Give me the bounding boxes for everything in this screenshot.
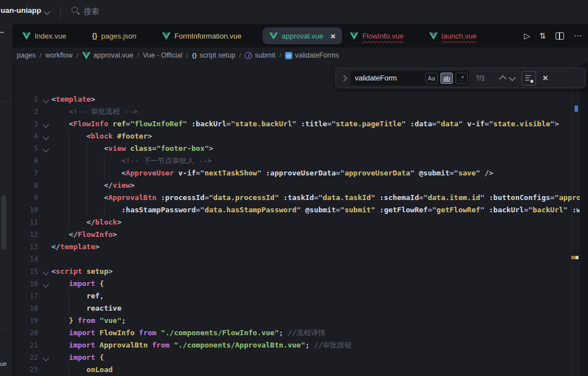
chevron-down-icon[interactable] <box>44 8 50 15</box>
code-line-14[interactable]: 14 <box>12 253 580 265</box>
code-line-18[interactable]: 18 reactive <box>12 302 580 315</box>
code-line-23[interactable]: 23 onLoad <box>12 364 580 376</box>
code-text: </block> <box>51 216 121 229</box>
command-center-search[interactable]: 搜索 <box>84 7 99 17</box>
vue-icon <box>429 32 438 40</box>
match-case-button[interactable]: Aa <box>425 73 438 84</box>
code-text: <ApproveUser v-if="nextTaskShow" :approv… <box>51 167 494 179</box>
code-line-20[interactable]: 20 import FlowInfo from "./components/Fl… <box>12 327 580 339</box>
code-line-3[interactable]: 3 <FlowInfo ref="flowInfoRef" :backUrl="… <box>12 118 580 130</box>
code-line-9[interactable]: 9 <ApprovalBtn :processId="data.processI… <box>12 192 580 204</box>
breadcrumb-label: script setup <box>200 51 235 59</box>
line-number: 22 <box>12 351 38 364</box>
vue-icon <box>22 32 31 40</box>
code-line-5[interactable]: 5 <view class="footer-box"> <box>12 142 580 155</box>
more-actions-icon[interactable]: ⋯ <box>573 31 582 41</box>
line-number: 19 <box>12 315 38 327</box>
breadcrumb-item-vue-official[interactable]: Vue - Official <box>143 51 182 59</box>
fold-chevron-icon[interactable] <box>42 355 49 361</box>
code-text: <!-- 审批流程 --> <box>51 106 137 118</box>
code-line-21[interactable]: 21 import ApprovalBtn from "./components… <box>12 339 580 351</box>
code-line-17[interactable]: 17 ref, <box>12 290 580 302</box>
toggle-replace-icon[interactable] <box>340 75 347 81</box>
breadcrumb-item-approval-vue[interactable]: approval.vue <box>82 51 134 59</box>
fold-chevron-icon[interactable] <box>42 281 49 287</box>
code-line-4[interactable]: 4 <block #footer> <box>12 130 580 142</box>
code-line-10[interactable]: 10 :hasStampPassword="data.hasStampPassw… <box>12 204 580 216</box>
whole-word-button[interactable]: ab <box>440 73 453 84</box>
tab-approval-vue[interactable]: approval.vue× <box>263 27 342 44</box>
code-line-19[interactable]: 19 } from "vue"; <box>12 315 580 327</box>
breadcrumb-separator: / <box>137 52 139 59</box>
tab-index-vue[interactable]: Index.vue <box>22 27 66 44</box>
sidebar-divider <box>0 101 11 102</box>
tab-label: FormInformation.vue <box>174 32 241 40</box>
editor-actions: ▷ ⇅ ⋯ <box>524 24 582 47</box>
fold-chevron-icon[interactable] <box>42 146 49 152</box>
find-query-text[interactable]: validateForm <box>355 74 424 82</box>
line-number: 4 <box>12 130 38 142</box>
code-line-11[interactable]: 11 </block> <box>12 216 580 229</box>
line-number: 2 <box>12 106 38 118</box>
line-number: 17 <box>12 290 38 302</box>
open-changes-icon[interactable]: ⇅ <box>539 31 546 40</box>
code-line-8[interactable]: 8 </view> <box>12 179 580 192</box>
previous-match-button[interactable] <box>499 75 506 83</box>
breadcrumb-item-submit[interactable]: fsubmit <box>245 51 276 59</box>
split-editor-icon[interactable] <box>556 32 564 40</box>
tab-flowinfo-vue[interactable]: FlowInfo.vue <box>350 27 404 44</box>
code-line-13[interactable]: 13</template> <box>12 241 580 253</box>
code-line-16[interactable]: 16 import { <box>12 278 580 290</box>
scrollbar-track[interactable] <box>580 63 588 376</box>
vue-icon <box>82 52 91 59</box>
fold-chevron-icon[interactable] <box>42 97 49 103</box>
code-text: <script setup> <box>51 265 113 278</box>
code-line-12[interactable]: 12 </FlowInfo> <box>12 229 580 241</box>
line-number: 11 <box>12 216 38 229</box>
breadcrumb-item-script-setup[interactable]: {}script setup <box>192 51 235 59</box>
project-name[interactable]: uan-uniapp <box>1 6 41 15</box>
tab-launch-vue[interactable]: launch.vue <box>429 27 477 44</box>
line-number: 8 <box>12 179 38 192</box>
code-line-6[interactable]: 6 <!-- 下一节点审批人 --> <box>12 155 580 167</box>
vscode-window: uan-uniapp 搜索 ue Index.vue{}pages.jsonFo… <box>0 0 588 376</box>
tab-forminformation-vue[interactable]: FormInformation.vue <box>162 27 241 44</box>
breadcrumb-separator: / <box>40 52 41 59</box>
run-button[interactable]: ▷ <box>524 31 530 40</box>
tab-pages-json[interactable]: {}pages.json <box>92 27 136 44</box>
code-text: <ApprovalBtn :processId="data.processId"… <box>51 192 580 204</box>
close-find-icon[interactable]: × <box>543 74 548 83</box>
find-in-selection-button[interactable] <box>521 71 536 85</box>
vue-icon <box>162 32 170 40</box>
close-icon[interactable]: × <box>330 32 335 40</box>
fold-chevron-icon[interactable] <box>42 134 49 140</box>
code-text: <template> <box>51 93 95 106</box>
code-line-1[interactable]: 1<template> <box>12 93 580 106</box>
find-input[interactable]: validateForm Aa ab .* <box>350 71 469 85</box>
regex-button[interactable]: .* <box>456 73 468 84</box>
fold-chevron-icon[interactable] <box>42 121 49 127</box>
code-line-2[interactable]: 2 <!-- 审批流程 --> <box>12 106 580 118</box>
find-widget: validateForm Aa ab .* ?/1 × <box>335 68 586 88</box>
fold-chevron-icon[interactable] <box>42 269 49 275</box>
code-line-22[interactable]: 22 import { <box>12 351 580 364</box>
line-number: 7 <box>12 167 38 179</box>
breadcrumb-item-workflow[interactable]: workflow <box>45 51 73 59</box>
sidebar-scrollbar[interactable] <box>1 195 6 250</box>
breadcrumb-separator: / <box>279 52 281 59</box>
divider <box>60 6 61 18</box>
line-number: 6 <box>12 155 38 167</box>
tab-label: launch.vue <box>442 32 477 40</box>
breadcrumb-label: workflow <box>45 51 73 59</box>
next-match-button[interactable] <box>509 74 516 81</box>
breadcrumb-item-validateforms[interactable]: @validateForms <box>285 51 339 59</box>
sidebar-item-fragment[interactable]: ue <box>0 360 7 367</box>
breadcrumb-item-pages[interactable]: pages <box>17 51 36 59</box>
code-line-7[interactable]: 7 <ApproveUser v-if="nextTaskShow" :appr… <box>12 167 580 179</box>
code-text: <!-- 下一节点审批人 --> <box>51 155 212 167</box>
line-number: 20 <box>12 327 38 339</box>
code-text: ref, <box>51 290 104 302</box>
code-line-15[interactable]: 15<script setup> <box>12 265 580 278</box>
find-result-count: ?/1 <box>476 74 491 82</box>
code-text: </FlowInfo> <box>51 229 117 241</box>
